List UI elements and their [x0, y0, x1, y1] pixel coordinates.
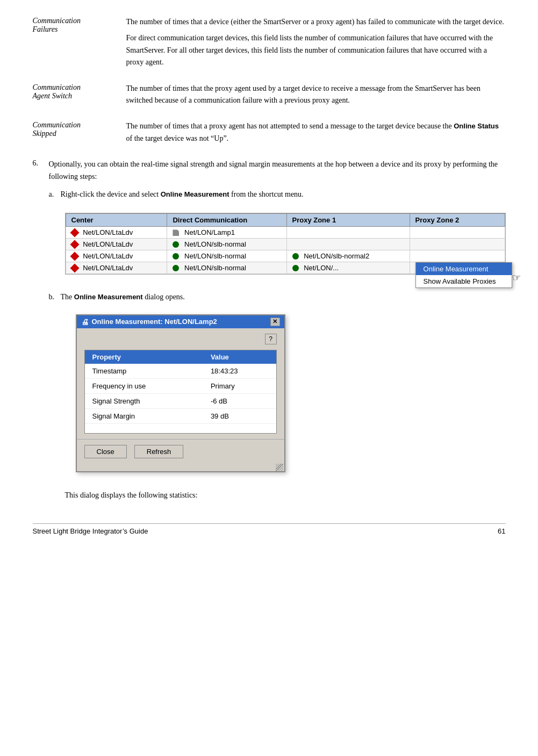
network-table-section: Center Direct Communication Proxy Zone 1… — [65, 206, 506, 283]
online-measurement-bold: Online Measurement — [161, 190, 229, 198]
prop-signal-margin: Signal Margin — [85, 408, 203, 423]
row2-proxy2 — [410, 238, 505, 250]
col-property: Property — [85, 350, 203, 364]
def-term-agent-switch: Communication Agent Switch — [33, 83, 119, 111]
circle-icon — [292, 265, 299, 271]
table-row: Net/LON/LtaLdv Net/LON/slb-normal Net/LO… — [66, 250, 505, 262]
def-desc-comm-failures: The number of times that a device (eithe… — [126, 16, 506, 73]
cursor-icon: ☞ — [512, 272, 521, 284]
context-menu: Online Measurement Show Available Proxie… — [415, 262, 512, 288]
step-6-number: 6. — [33, 159, 49, 183]
row1-proxy2 — [410, 226, 505, 238]
context-menu-item-show-proxies[interactable]: Show Available Proxies — [416, 275, 512, 287]
dialog-table-header-row: Property Value — [85, 350, 276, 364]
row3-direct: Net/LON/slb-normal — [167, 250, 286, 262]
row4-direct: Net/LON/slb-normal — [167, 262, 286, 273]
def-communication-failures: Communication Failures The number of tim… — [33, 16, 506, 73]
context-menu-box: Online Measurement Show Available Proxie… — [415, 262, 512, 288]
col-value: Value — [203, 350, 276, 364]
page-footer: Street Light Bridge Integrator’s Guide 6… — [33, 523, 506, 535]
row3-proxy2 — [410, 250, 505, 262]
comm-skipped-text2: of the target device was not “Up”. — [126, 134, 229, 142]
comm-skipped-text1: The number of times that a proxy agent h… — [126, 122, 454, 130]
row2-center: Net/LON/LtaLdv — [66, 238, 167, 250]
circle-icon — [173, 241, 179, 248]
dialog-table-spacer — [85, 423, 276, 433]
diamond-icon — [70, 252, 79, 261]
diamond-icon — [70, 228, 79, 237]
step-b-after: This dialog displays the following stati… — [65, 489, 506, 501]
comm-failures-desc2: For direct communication target devices,… — [126, 32, 506, 68]
row4-proxy2: et/LON/Lamp2 Online Measurement Show Ava… — [410, 262, 505, 273]
row2-proxy1 — [286, 238, 410, 250]
dialog-inner-table: Property Value Timestamp 18:43:23 Freque… — [84, 350, 277, 434]
dialog-table-row: Frequency in use Primary — [85, 378, 276, 393]
network-table-wrap: Center Direct Communication Proxy Zone 1… — [65, 213, 506, 275]
diamond-icon — [70, 264, 79, 273]
step-a: a. Right-click the device and select Onl… — [49, 190, 506, 199]
context-menu-item-online-measurement[interactable]: Online Measurement — [416, 263, 512, 275]
footer-left: Street Light Bridge Integrator’s Guide — [33, 527, 148, 535]
col-proxy1: Proxy Zone 1 — [286, 213, 410, 226]
step-6-content: Optionally, you can obtain the real-time… — [49, 159, 506, 183]
val-signal-strength: -6 dB — [203, 393, 276, 408]
row1-direct: Net/LON/Lamp1 — [167, 226, 286, 238]
circle-icon — [173, 253, 179, 260]
table-row: Net/LON/LtaLdv Net/LON/slb-normal — [66, 238, 505, 250]
row3-center: Net/LON/LtaLdv — [66, 250, 167, 262]
dialog-icon: 🖨 — [81, 318, 89, 326]
step-b-text2: dialog opens. — [143, 293, 185, 301]
col-center: Center — [66, 213, 167, 226]
step-b-text1: The — [61, 293, 74, 301]
agent-switch-desc1: The number of times that the proxy agent… — [126, 83, 506, 107]
row4-proxy1: Net/LON/... — [286, 262, 410, 273]
dialog-close-btn[interactable]: Close — [84, 445, 127, 458]
def-term-comm-skipped: Communication Skipped — [33, 120, 119, 149]
diamond-icon — [70, 240, 79, 249]
step-a-content: Right-click the device and select Online… — [61, 190, 506, 199]
step-b: b. The Online Measurement dialog opens. — [49, 293, 506, 301]
def-communication-agent-switch: Communication Agent Switch The number of… — [33, 83, 506, 111]
online-measurement-bold2: Online Measurement — [74, 293, 143, 301]
network-table-header-row: Center Direct Communication Proxy Zone 1… — [66, 213, 505, 226]
step-6: 6. Optionally, you can obtain the real-t… — [33, 159, 506, 183]
row1-proxy1 — [286, 226, 410, 238]
def-desc-agent-switch: The number of times that the proxy agent… — [126, 83, 506, 111]
dialog-help-button[interactable]: ? — [265, 334, 277, 344]
dialog-table-row: Signal Margin 39 dB — [85, 408, 276, 423]
step-b-label: b. — [49, 293, 61, 301]
document-icon — [173, 229, 179, 236]
dialog-buttons-row: Close Refresh — [77, 439, 284, 463]
col-proxy2: Proxy Zone 2 — [410, 213, 505, 226]
comm-skipped-desc1: The number of times that a proxy agent h… — [126, 120, 506, 145]
dialog-body: ? Property Value Timestamp — [77, 328, 284, 440]
dialog-title-text: 🖨 Online Measurement: Net/LON/Lamp2 — [81, 318, 217, 326]
circle-icon — [173, 265, 179, 271]
dialog-table-row: Timestamp 18:43:23 — [85, 364, 276, 379]
prop-timestamp: Timestamp — [85, 364, 203, 379]
network-table: Center Direct Communication Proxy Zone 1… — [66, 213, 505, 274]
dialog-data-table: Property Value Timestamp 18:43:23 Freque… — [85, 350, 276, 434]
val-frequency: Primary — [203, 378, 276, 393]
step-b-content: The Online Measurement dialog opens. — [61, 293, 506, 301]
dialog-close-button[interactable]: ✕ — [270, 318, 280, 326]
def-communication-skipped: Communication Skipped The number of time… — [33, 120, 506, 149]
table-row: Net/LON/LtaLdv Net/LON/Lamp1 — [66, 226, 505, 238]
online-measurement-dialog: 🖨 Online Measurement: Net/LON/Lamp2 ✕ ? … — [76, 314, 285, 473]
prop-signal-strength: Signal Strength — [85, 393, 203, 408]
dialog-refresh-btn[interactable]: Refresh — [134, 445, 184, 458]
dialog-title-bar: 🖨 Online Measurement: Net/LON/Lamp2 ✕ — [77, 315, 284, 328]
dialog-table-row: Signal Strength -6 dB — [85, 393, 276, 408]
step-a-text1: Right-click the device and select — [61, 190, 161, 198]
comm-failures-desc1: The number of times that a device (eithe… — [126, 16, 506, 28]
row4-center: Net/LON/LtaLdv — [66, 262, 167, 273]
prop-frequency: Frequency in use — [85, 378, 203, 393]
step-a-label: a. — [49, 190, 61, 199]
row1-center: Net/LON/LtaLdv — [66, 226, 167, 238]
col-direct: Direct Communication — [167, 213, 286, 226]
row3-proxy1: Net/LON/slb-normal2 — [286, 250, 410, 262]
def-desc-comm-skipped: The number of times that a proxy agent h… — [126, 120, 506, 149]
page-content: Communication Failures The number of tim… — [33, 16, 506, 535]
row2-direct: Net/LON/slb-normal — [167, 238, 286, 250]
resize-handle-icon[interactable] — [276, 464, 283, 471]
